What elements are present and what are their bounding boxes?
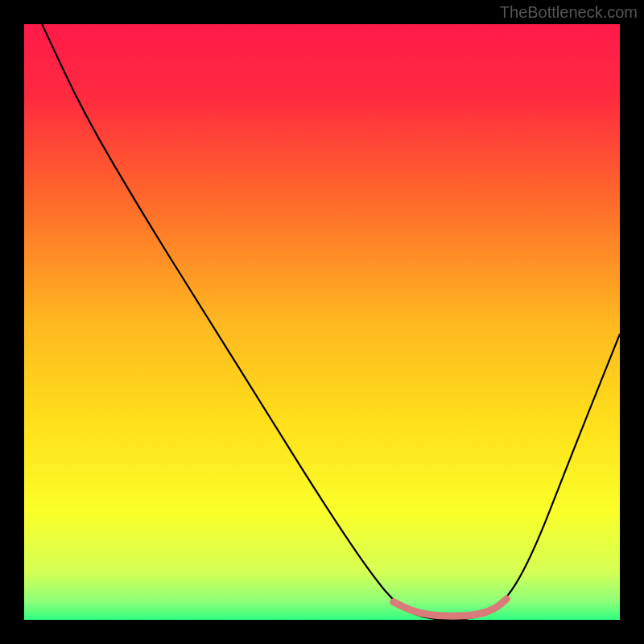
chart-frame: [24, 24, 620, 620]
watermark-label: TheBottleneck.com: [500, 3, 638, 22]
gradient-background: [24, 24, 620, 620]
